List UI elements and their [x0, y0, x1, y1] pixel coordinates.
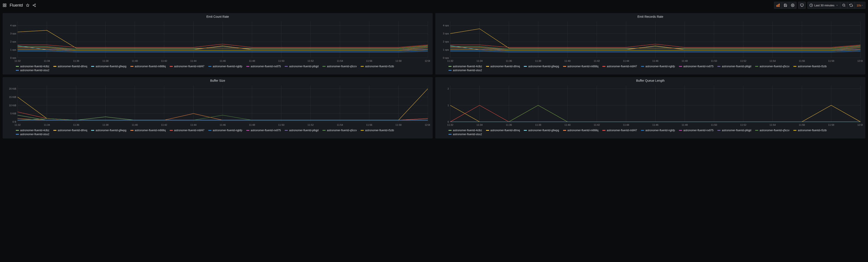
panel-buffer_size[interactable]: Buffer Size 0 B5 KiB10 KiB15 KiB20 KiB11… [3, 77, 433, 139]
legend-item[interactable]: astronomer-fluentd-nx875 [246, 129, 281, 132]
time-range-picker[interactable]: Last 30 minutes [807, 2, 840, 9]
legend-item[interactable]: astronomer-fluentd-q5ccv [755, 129, 789, 132]
svg-text:11:42: 11:42 [594, 123, 600, 126]
panel-emit_count_rate[interactable]: Emit Count Rate 0 ops1 ops2 ops3 ops4 op… [3, 13, 433, 74]
save-dashboard-button[interactable] [782, 2, 789, 9]
svg-text:11:44: 11:44 [190, 123, 196, 126]
panel-emit_records_rate[interactable]: Emit Records Rate 0 ops1 ops2 ops3 ops4 … [435, 13, 865, 74]
legend-item[interactable]: astronomer-fluentd-ngbfp [641, 129, 675, 132]
legend-item[interactable]: astronomer-fluentd-r5ztb [793, 65, 827, 68]
legend-item[interactable]: astronomer-fluentd-r5ztb [793, 129, 827, 132]
legend-item[interactable]: astronomer-fluentd-ngbfp [208, 129, 242, 132]
svg-text:11:52: 11:52 [740, 123, 746, 126]
dashboard-grid-icon[interactable] [3, 3, 7, 7]
chart-area[interactable]: 0 ops1 ops2 ops3 ops4 ops11:3211:3411:36… [3, 19, 433, 63]
legend-item[interactable]: astronomer-fluentd-mbf47 [602, 129, 637, 132]
legend-label: astronomer-fluentd-m668q [567, 65, 598, 68]
legend-item[interactable]: astronomer-fluentd-4clbz [448, 65, 482, 68]
legend-item[interactable]: astronomer-fluentd-dthnq [53, 65, 87, 68]
legend-item[interactable]: astronomer-fluentd-nx875 [679, 129, 713, 132]
legend-item[interactable]: astronomer-fluentd-r5ztb [361, 65, 394, 68]
legend-swatch-icon [602, 66, 606, 67]
legend-label: astronomer-fluentd-q5ccv [327, 129, 357, 132]
legend-item[interactable]: astronomer-fluentd-q5ccv [322, 129, 357, 132]
refresh-interval-picker[interactable]: 10s [855, 2, 865, 9]
svg-text:12:00: 12:00 [425, 123, 430, 126]
share-icon[interactable] [32, 3, 36, 7]
legend-swatch-icon [602, 130, 606, 131]
legend-label: astronomer-fluentd-m668q [135, 129, 166, 132]
legend-item[interactable]: astronomer-fluentd-ngbfp [208, 65, 242, 68]
legend-item[interactable]: astronomer-fluentd-4clbz [16, 129, 50, 132]
svg-text:11:48: 11:48 [682, 60, 688, 62]
legend-item[interactable]: astronomer-fluentd-ngbfp [641, 65, 675, 68]
legend-item[interactable]: astronomer-fluentd-r5ztb [361, 129, 394, 132]
dashboard-settings-button[interactable] [789, 2, 797, 9]
zoom-out-button[interactable] [840, 2, 847, 9]
legend-item[interactable]: astronomer-fluentd-g9wpg [524, 65, 559, 68]
legend-item[interactable]: astronomer-fluentd-m668q [563, 129, 598, 132]
dashboard-title[interactable]: Fluentd [10, 3, 23, 8]
legend-item[interactable]: astronomer-fluentd-g9wpg [91, 65, 126, 68]
legend-swatch-icon [16, 70, 19, 71]
legend-label: astronomer-fluentd-m668q [135, 65, 166, 68]
legend-item[interactable]: astronomer-fluentd-dthnq [53, 129, 87, 132]
refresh-button[interactable] [847, 2, 855, 9]
legend-item[interactable]: astronomer-fluentd-q5ccv [755, 65, 789, 68]
legend-swatch-icon [322, 130, 326, 131]
legend-item[interactable]: astronomer-fluentd-mbf47 [170, 129, 205, 132]
svg-text:11:48: 11:48 [682, 123, 688, 126]
legend-item[interactable]: astronomer-fluentd-nx875 [679, 65, 713, 68]
legend-item[interactable]: astronomer-fluentd-stss2 [16, 69, 50, 72]
legend-item[interactable]: astronomer-fluentd-mbf47 [602, 65, 637, 68]
svg-text:11:40: 11:40 [132, 60, 138, 62]
legend-label: astronomer-fluentd-g9wpg [95, 129, 126, 132]
svg-text:11:40: 11:40 [132, 123, 138, 126]
svg-text:11:46: 11:46 [652, 60, 658, 62]
legend-item[interactable]: astronomer-fluentd-m668q [130, 65, 166, 68]
legend-label: astronomer-fluentd-nx875 [251, 65, 281, 68]
legend-item[interactable]: astronomer-fluentd-4clbz [448, 129, 482, 132]
legend-item[interactable]: astronomer-fluentd-q5ccv [322, 65, 357, 68]
svg-text:11:32: 11:32 [14, 60, 21, 62]
svg-text:11:56: 11:56 [799, 60, 805, 62]
legend-label: astronomer-fluentd-g9wpg [528, 65, 559, 68]
tv-mode-button[interactable] [798, 2, 806, 9]
legend-item[interactable]: astronomer-fluentd-p8qjd [285, 129, 318, 132]
legend-item[interactable]: astronomer-fluentd-stss2 [16, 133, 50, 136]
panel-buffer_queue_len[interactable]: Buffer Queue Length 01211:3211:3411:3611… [435, 77, 865, 139]
star-icon[interactable] [26, 3, 29, 7]
legend-item[interactable]: astronomer-fluentd-m668q [563, 65, 598, 68]
svg-text:11:58: 11:58 [395, 60, 402, 62]
legend-item[interactable]: astronomer-fluentd-m668q [130, 129, 166, 132]
legend-item[interactable]: astronomer-fluentd-4clbz [16, 65, 50, 68]
svg-point-6 [33, 5, 34, 6]
chart-area[interactable]: 0 ops1 ops2 ops3 ops4 ops11:3211:3411:36… [435, 19, 865, 63]
legend-item[interactable]: astronomer-fluentd-stss2 [448, 69, 482, 72]
svg-line-9 [34, 4, 35, 5]
legend-label: astronomer-fluentd-nx875 [683, 65, 713, 68]
legend-item[interactable]: astronomer-fluentd-stss2 [448, 133, 482, 136]
legend-label: astronomer-fluentd-mbf47 [607, 65, 637, 68]
chart-area[interactable]: 01211:3211:3411:3611:3811:4011:4211:4411… [435, 83, 865, 127]
legend-swatch-icon [641, 130, 644, 131]
svg-text:12:00: 12:00 [858, 123, 863, 126]
legend-item[interactable]: astronomer-fluentd-dthnq [486, 129, 520, 132]
legend-label: astronomer-fluentd-mbf47 [607, 129, 637, 132]
chart-area[interactable]: 0 B5 KiB10 KiB15 KiB20 KiB11:3211:3411:3… [3, 83, 433, 127]
legend-swatch-icon [91, 66, 94, 67]
legend-swatch-icon [53, 130, 56, 131]
legend-item[interactable]: astronomer-fluentd-nx875 [246, 65, 281, 68]
legend-item[interactable]: astronomer-fluentd-g9wpg [91, 129, 126, 132]
svg-text:11:56: 11:56 [799, 123, 805, 126]
legend-label: astronomer-fluentd-p8qjd [722, 65, 751, 68]
legend-item[interactable]: astronomer-fluentd-p8qjd [717, 129, 751, 132]
legend-item[interactable]: astronomer-fluentd-p8qjd [717, 65, 751, 68]
legend-swatch-icon [448, 130, 452, 131]
legend-item[interactable]: astronomer-fluentd-p8qjd [285, 65, 318, 68]
legend-label: astronomer-fluentd-stss2 [453, 133, 482, 136]
legend-item[interactable]: astronomer-fluentd-g9wpg [524, 129, 559, 132]
legend-item[interactable]: astronomer-fluentd-dthnq [486, 65, 520, 68]
legend-item[interactable]: astronomer-fluentd-mbf47 [170, 65, 205, 68]
add-panel-button[interactable] [774, 2, 782, 9]
